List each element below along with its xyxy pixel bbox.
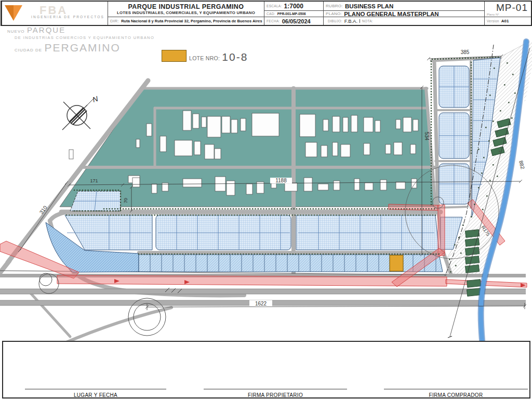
north-arrow: N [62,94,99,130]
building-footprint [394,142,402,155]
signature-box: LUGAR Y FECHA FIRMA PROPIETARIO FIRMA CO… [2,341,530,398]
dim-534: 534 [424,132,430,141]
building-footprint [147,124,152,136]
rubro-cell: RUBRO: BUSINESS PLAN [323,2,484,10]
building-footprint [231,119,237,133]
project-heading: NUEVO PARQUE DE INDUSTRIAS COMERCIOS Y E… [7,26,154,53]
green-building [465,238,479,247]
nota-label: NOTA: [362,19,373,23]
green-building [467,280,481,288]
dibujo-cell: DIBUJO: F.B.A. [326,18,360,24]
building-footprint [183,179,202,187]
lot-row-1 [65,215,439,250]
building-footprint [403,117,411,132]
green-building [465,230,479,238]
fba-logo-icon [4,5,23,22]
dibujo-label: DIBUJO: [328,19,342,23]
comprador-label: FIRMA COMPRADOR [429,392,483,398]
green-building [465,265,479,273]
sheet-number-label: Plano N° [487,13,499,16]
building-footprint [252,113,279,136]
dibujo-value: F.B.A. [344,18,357,24]
building-footprint [396,119,401,129]
sheet-code: MP-01 [496,2,528,14]
logo-cell: FBA INGENIERIA DE PROYECTOS [2,2,108,25]
lot-legend-label: LOTE NRO: [189,55,220,61]
fecha-cell: FECHA: 06/05/2024 [264,17,323,25]
building-footprint [136,139,140,148]
dim-1622: 1622 [255,301,267,307]
building-footprint [343,117,348,132]
building-footprint [332,116,340,132]
building-footprint [351,115,357,132]
building-footprint [207,116,221,137]
title-block: FBA INGENIERIA DE PROYECTOS PARQUE INDUS… [1,1,532,26]
building-footprint [132,178,140,187]
building-footprint [323,119,328,131]
building-footprint [305,142,317,157]
heading-pergamino: PERGAMINO [44,42,120,54]
building-footprint [285,183,297,191]
lot-legend-value: 10-8 [222,52,248,62]
building-footprint [300,114,315,137]
logo-tagline: INGENIERIA DE PROYECTOS [31,15,104,19]
project-title: PARQUE INDUSTRIAL PERGAMINO [128,4,244,10]
building-footprint [380,180,387,190]
building-footprint [194,141,201,155]
heading-ciudad: CIUDAD DE [15,48,42,52]
building-footprint [193,114,199,128]
building-footprint [411,179,417,188]
project-title-cell: PARQUE INDUSTRIAL PERGAMINO LOTES INDUST… [108,2,264,17]
building-footprint [364,117,373,132]
signature-line-lugar[interactable]: LUGAR Y FECHA [25,389,166,399]
building-footprint [341,144,350,157]
building-footprint [175,140,192,156]
building-footprint [396,182,405,189]
building-footprint [385,144,391,154]
escala-value: 1:7000 [284,3,303,10]
plano-cell: PLANO: PLANO GENERAL MASTERPLAN [323,10,484,17]
version-label: Version [487,19,499,23]
building-footprint [215,149,221,159]
escala-label: ESCALA: [267,4,282,8]
building-footprint [375,121,380,132]
cad-value: PPR-001-MP-0506 [277,12,306,16]
cad-cell: CAD: PPR-001-MP-0506 [264,10,323,17]
version-cell: Version A01 [484,17,531,25]
building-footprint [332,142,338,156]
building-footprint [354,179,360,190]
highlighted-lot-10-8[interactable] [390,255,403,271]
building-footprint [69,150,73,159]
north-label: N [91,94,99,104]
rubro-value: BUSINESS PLAN [345,3,393,9]
building-footprint [241,118,246,131]
sheet-number-cell: MP-01 Plano N° [484,2,531,17]
building-footprint [227,181,235,195]
building-footprint [183,111,191,130]
dim-171: 171 [90,178,98,183]
lot-color-swatch [162,50,187,62]
drawing-sheet: N 385 534 882 310 171 [0,0,532,399]
dim-882: 882 [518,160,526,170]
plano-label: PLANO: [326,11,342,16]
building-footprint [304,178,312,191]
green-building [465,256,479,264]
heading-parque: PARQUE [27,25,65,34]
plano-value: PLANO GENERAL MASTERPLAN [344,11,439,17]
rubro-label: RUBRO: [326,4,343,8]
heading-nuevo: NUEVO [7,29,24,34]
building-footprint [410,144,416,154]
building-footprint [334,181,340,190]
building-footprint [205,144,214,159]
signature-line-propietario[interactable]: FIRMA PROPIETARIO [204,389,347,399]
building-footprint [321,145,327,157]
fecha-value: 06/05/2024 [282,18,311,24]
dir-value: Ruta Nacional 8 y Ruta Provincial 32, Pe… [121,19,262,23]
propietario-label: FIRMA PROPIETARIO [248,392,303,398]
dim-70: 70 [123,198,128,203]
building-footprint [413,119,418,131]
signature-line-comprador[interactable]: FIRMA COMPRADOR [384,389,528,399]
building-footprint [202,117,206,127]
dim-385: 385 [461,49,470,55]
building-footprint [222,116,230,133]
